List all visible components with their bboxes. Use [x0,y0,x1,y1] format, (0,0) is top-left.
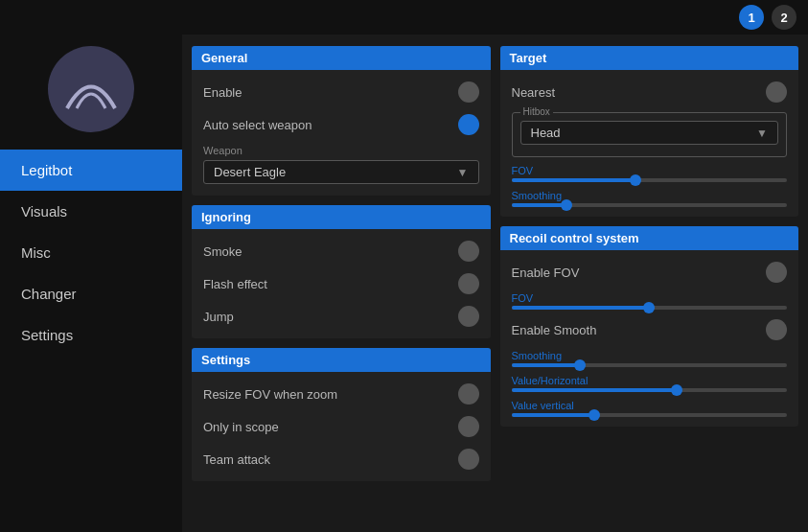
top-bar: 1 2 [0,0,808,35]
weapon-value: Desert Eagle [214,165,286,179]
hitbox-value: Head [531,126,561,140]
tab-1[interactable]: 1 [739,5,764,30]
enable-fov-row: Enable FOV [512,256,788,289]
weapon-field-wrapper: Weapon Desert Eagle ▼ [203,145,479,184]
smoke-toggle[interactable] [458,241,479,262]
sidebar-item-settings[interactable]: Settings [0,314,182,356]
fov-thumb[interactable] [630,174,641,186]
rcs-fov-slider-row: FOV [512,289,788,313]
hitbox-label: Hitbox [520,106,553,117]
sidebar-item-changer[interactable]: Changer [0,273,182,314]
smoothing-thumb[interactable] [561,199,572,211]
value-horizontal-fill [512,388,678,392]
rcs-smoothing-slider[interactable] [512,363,788,367]
enable-smooth-toggle[interactable] [766,319,787,340]
ignoring-body: Smoke Flash effect Jump [192,229,491,338]
enable-label: Enable [203,85,242,100]
weapon-field-label: Weapon [203,145,479,156]
only-scope-toggle[interactable] [458,416,479,437]
enable-smooth-label: Enable Smooth [512,323,597,337]
tab-2[interactable]: 2 [772,5,796,30]
enable-fov-toggle[interactable] [766,262,787,283]
hitbox-dropdown-arrow: ▼ [756,127,768,140]
general-header: General [192,46,491,70]
nearest-label: Nearest [512,85,556,100]
target-header: Target [500,46,799,70]
enable-toggle[interactable] [458,81,479,103]
team-attack-row: Team attack [203,443,479,475]
target-section: Target Nearest Hitbox Head ▼ FOV [500,46,799,217]
jump-label: Jump [203,310,234,324]
logo [48,46,134,132]
main-layout: Legitbot Visuals Misc Changer Settings G… [0,35,808,532]
content: General Enable Auto select weapon Weapon… [182,35,808,532]
weapon-dropdown-arrow: ▼ [457,166,469,179]
value-vertical-thumb[interactable] [589,409,600,421]
auto-select-row: Auto select weapon [203,108,479,141]
right-panel: Target Nearest Hitbox Head ▼ FOV [500,46,799,520]
flash-toggle[interactable] [458,273,479,294]
smoke-label: Smoke [203,244,242,259]
weapon-dropdown[interactable]: Desert Eagle ▼ [203,160,479,184]
hitbox-dropdown[interactable]: Head ▼ [520,121,779,145]
auto-select-label: Auto select weapon [203,118,312,132]
resize-fov-toggle[interactable] [458,383,479,405]
ignoring-section: Ignoring Smoke Flash effect Jump [192,205,491,338]
nearest-row: Nearest [512,76,788,108]
general-body: Enable Auto select weapon Weapon Desert … [192,70,491,196]
rcs-fov-slider[interactable] [512,306,788,310]
rcs-fov-thumb[interactable] [643,302,655,313]
flash-row: Flash effect [203,267,479,300]
smoothing-slider[interactable] [512,203,788,207]
enable-row: Enable [203,76,479,108]
left-panel: General Enable Auto select weapon Weapon… [192,46,491,520]
fov-fill [512,178,635,182]
settings-section: Settings Resize FOV when zoom Only in sc… [192,348,491,481]
auto-select-toggle[interactable] [458,114,479,135]
value-horizontal-thumb[interactable] [671,384,682,396]
rcs-smoothing-thumb[interactable] [574,359,586,371]
rcs-header: Recoil control system [500,226,799,250]
sidebar-nav: Legitbot Visuals Misc Changer Settings [0,150,182,356]
sidebar: Legitbot Visuals Misc Changer Settings [0,35,182,532]
team-attack-label: Team attack [203,452,270,467]
value-vertical-fill [512,413,594,417]
value-vertical-slider-row: Value vertical [512,396,788,421]
rcs-smoothing-fill [512,363,581,367]
hitbox-wrapper: Hitbox Head ▼ [512,112,788,157]
general-section: General Enable Auto select weapon Weapon… [192,46,491,196]
jump-toggle[interactable] [458,306,479,327]
rcs-smoothing-label: Smoothing [512,350,788,361]
jump-row: Jump [203,300,479,333]
value-vertical-label: Value vertical [512,400,788,411]
value-horizontal-slider[interactable] [512,388,788,392]
rcs-section: Recoil control system Enable FOV FOV [500,226,799,427]
only-scope-row: Only in scope [203,410,479,443]
smoke-row: Smoke [203,235,479,267]
smoothing-label: Smoothing [512,190,788,201]
resize-fov-label: Resize FOV when zoom [203,387,337,402]
sidebar-item-visuals[interactable]: Visuals [0,191,182,232]
fov-slider-row: FOV [512,161,788,186]
resize-fov-row: Resize FOV when zoom [203,378,479,410]
sidebar-item-legitbot[interactable]: Legitbot [0,150,182,191]
enable-fov-label: Enable FOV [512,266,580,280]
nearest-toggle[interactable] [766,81,787,103]
value-vertical-slider[interactable] [512,413,788,417]
fov-slider[interactable] [512,178,788,182]
rcs-smoothing-slider-row: Smoothing [512,346,788,371]
sidebar-item-misc[interactable]: Misc [0,232,182,273]
flash-label: Flash effect [203,277,267,291]
rcs-body: Enable FOV FOV Enable Smooth [500,250,799,427]
fov-label: FOV [512,165,788,176]
settings-header: Settings [192,348,491,372]
settings-body: Resize FOV when zoom Only in scope Team … [192,372,491,481]
rcs-fov-fill [512,306,650,310]
value-horizontal-label: Value/Horizontal [512,375,788,386]
value-horizontal-slider-row: Value/Horizontal [512,371,788,396]
team-attack-toggle[interactable] [458,449,479,470]
only-scope-label: Only in scope [203,420,279,434]
ignoring-header: Ignoring [192,205,491,229]
smoothing-slider-row: Smoothing [512,186,788,211]
target-body: Nearest Hitbox Head ▼ FOV [500,70,799,217]
